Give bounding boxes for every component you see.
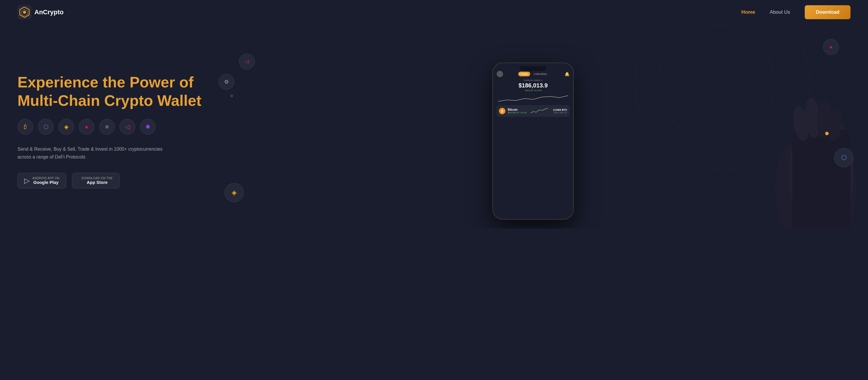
- phone-avatar: [497, 71, 503, 77]
- google-play-big-text: Google Play: [32, 180, 59, 185]
- phone-top-bar: Wallet Collectibles 🔔: [497, 71, 569, 77]
- bnb-float-badge: ◈: [224, 183, 244, 202]
- coin-info: Bitcoin $36,500.67 +9.1%: [508, 108, 528, 114]
- phone-notch: [520, 66, 546, 71]
- eth-float-badge: ⬡: [834, 148, 854, 167]
- brand-logo[interactable]: AnCrypto: [18, 5, 64, 19]
- stellar-icon: ≡: [99, 119, 115, 135]
- hero-left-content: Experience the Power of Multi-Chain Cryp…: [18, 73, 216, 188]
- gear-float-badge: ⚙: [219, 74, 234, 90]
- phone-mini-chart: [497, 94, 569, 103]
- phone-balance: $186,013.9: [497, 82, 569, 89]
- svg-point-3: [23, 11, 26, 14]
- google-play-button[interactable]: ▷ Android app on Google Play: [18, 173, 66, 189]
- coin-name: Bitcoin: [508, 108, 528, 111]
- download-button[interactable]: Download: [805, 5, 850, 19]
- nav-about[interactable]: About Us: [770, 9, 790, 15]
- hero-section: Experience the Power of Multi-Chain Cryp…: [0, 25, 868, 228]
- side-dot-left: [230, 94, 233, 97]
- phone-tab-collectibles: Collectibles: [531, 72, 550, 76]
- solana-icon: ✺: [140, 119, 156, 135]
- tron-float-badge: ◁: [239, 54, 255, 69]
- app-store-big-text: App Store: [82, 180, 113, 185]
- ethereum-icon: ⬡: [38, 119, 54, 135]
- google-play-icon: ▷: [24, 177, 29, 185]
- google-play-small-text: Android app on: [32, 177, 59, 180]
- svg-rect-6: [792, 129, 850, 228]
- app-store-button[interactable]: Download on the App Store: [72, 173, 120, 189]
- bitcoin-coin-avatar: ₿: [499, 108, 505, 114]
- phone-tab-wallet: Wallet: [518, 72, 530, 76]
- app-store-small-text: Download on the: [82, 177, 113, 180]
- phone-change: +$13.20 +0.27%: [497, 89, 569, 92]
- tron-icon: ◁: [120, 119, 135, 135]
- hero-title: Experience the Power of Multi-Chain Cryp…: [18, 73, 216, 109]
- nav-links: Home About Us Download: [742, 5, 850, 19]
- coin-amt-big: 3.2360 BTC: [553, 108, 567, 111]
- polkadot-icon: ●: [79, 119, 94, 135]
- phone-coin-row: ₿ Bitcoin $36,500.67 +9.1% 3.2360 BTC $1…: [497, 105, 569, 117]
- phone-wallet-label: Multicoin Wallet 1: [497, 79, 569, 82]
- coin-chart: [530, 107, 551, 115]
- phone-tabs: Wallet Collectibles: [518, 72, 550, 76]
- nav-home[interactable]: Home: [742, 9, 755, 15]
- phone-screen: Wallet Collectibles 🔔 Multicoin Wallet 1…: [493, 63, 573, 219]
- coin-amount: 3.2360 BTC $117,897.17: [553, 108, 567, 114]
- store-buttons: ▷ Android app on Google Play Download on…: [18, 173, 216, 189]
- polka-float-badge: ●: [823, 39, 839, 55]
- binance-icon: ◈: [58, 119, 74, 135]
- coin-price: $36,500.67 +9.1%: [508, 111, 528, 114]
- logo-icon: [18, 5, 31, 19]
- coin-amt-usd: $117,897.17: [553, 111, 567, 114]
- brand-name: AnCrypto: [34, 8, 64, 16]
- hero-subtitle: Send & Receive, Buy & Sell, Trade & Inve…: [18, 145, 169, 161]
- navbar: AnCrypto Home About Us Download: [0, 0, 868, 25]
- hero-right-content: ◁ ⚙ ◈ ● ⬡: [216, 36, 850, 226]
- crypto-icons-row: ₿ ⬡ ◈ ● ≡ ◁ ✺: [18, 119, 216, 135]
- accent-dot: [825, 132, 829, 135]
- bitcoin-icon: ₿: [18, 119, 33, 135]
- phone-mockup: Wallet Collectibles 🔔 Multicoin Wallet 1…: [492, 62, 574, 220]
- phone-bell-icon: 🔔: [565, 72, 569, 76]
